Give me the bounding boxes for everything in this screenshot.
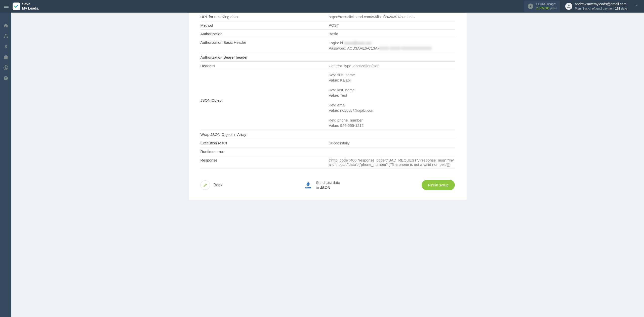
json-value-2: Value: nobody@kajabi.com	[329, 108, 455, 113]
json-key-0: Key: first_name	[329, 72, 455, 77]
label-method: Method	[200, 23, 329, 27]
brand-line2: My Leads.	[22, 6, 39, 11]
value-bearer-header	[329, 55, 455, 59]
sidebar-item-billing[interactable]: $	[0, 41, 11, 52]
row-response: Response {"http_code":400,"response_code…	[200, 156, 455, 169]
plan-mid: | left until payment	[590, 7, 614, 10]
row-authorization: Authorization Basic	[200, 30, 455, 38]
value-headers: Content-Type: application/json	[329, 64, 455, 68]
row-basic-header: Authorization Basic Header Login: ld xxx…	[200, 38, 455, 53]
svg-rect-11	[306, 187, 307, 188]
svg-point-7	[5, 66, 6, 68]
brand-text: Save My Leads.	[22, 2, 39, 11]
row-headers: Headers Content-Type: application/json	[200, 62, 455, 70]
value-execution-result: Successfully	[329, 141, 455, 145]
value-wrap-array	[329, 132, 455, 137]
login-blurred: xxxxx@xxxx.xxx	[344, 41, 371, 45]
row-method: Method POST	[200, 21, 455, 30]
label-runtime-errors: Runtime errors	[200, 149, 329, 154]
details-card: URL for receiving data https://rest.clic…	[189, 13, 467, 200]
leads-used: 2	[536, 7, 538, 10]
svg-point-0	[568, 5, 570, 6]
leads-usage-value: 2 of 5'000 (0%)	[536, 6, 557, 11]
dollar-icon: $	[3, 44, 8, 49]
label-headers: Headers	[200, 64, 329, 68]
value-basic-header: Login: ld xxxxx@xxxx.xxx Password: ACD3A…	[329, 40, 455, 51]
label-authorization: Authorization	[200, 32, 329, 36]
json-key-1: Key: last_name	[329, 87, 455, 93]
json-value-1: Value: Test	[329, 93, 455, 98]
send-json-bold: JSON	[320, 185, 330, 190]
json-pair-0: Key: first_name Value: Kajabi	[329, 72, 455, 83]
json-value-3: Value: 949-555-1212	[329, 123, 455, 128]
pencil-icon	[200, 180, 210, 190]
row-url: URL for receiving data https://rest.clic…	[200, 13, 455, 21]
sidebar-item-home[interactable]	[0, 20, 11, 31]
row-execution-result: Execution result Successfully	[200, 139, 455, 147]
value-authorization: Basic	[329, 32, 455, 36]
days-label: days	[621, 7, 627, 10]
leads-pct: (0%)	[550, 7, 557, 10]
plan-name: Basic	[582, 7, 590, 10]
avatar-icon	[565, 3, 572, 10]
menu-button[interactable]	[3, 3, 10, 9]
sidebar: $ ?	[0, 13, 11, 317]
days-num: 192	[615, 7, 620, 10]
user-plan: Plan |Basic| left until payment 192 days	[575, 7, 627, 11]
upload-icon	[304, 181, 313, 190]
send-test-button[interactable]: Send test data to JSON	[304, 180, 340, 190]
info-icon: i	[528, 4, 533, 9]
hamburger-icon	[4, 5, 9, 8]
back-button[interactable]: Back	[200, 180, 223, 190]
json-pair-3: Key: phone_number Value: 949-555-1212	[329, 117, 455, 128]
briefcase-icon	[3, 55, 8, 60]
send-text: Send test data to JSON	[316, 180, 340, 190]
sidebar-item-account[interactable]	[0, 62, 11, 73]
action-bar: Back Send test data to JSON Finish setup	[200, 180, 455, 190]
user-email: andrewsavemyleads@gmail.com	[575, 2, 627, 7]
json-pair-1: Key: last_name Value: Test	[329, 87, 455, 98]
svg-rect-2	[4, 37, 5, 38]
label-execution-result: Execution result	[200, 141, 329, 145]
label-bearer-header: Authorization Bearer header	[200, 55, 329, 59]
user-menu[interactable]: andrewsavemyleads@gmail.com Plan |Basic|…	[565, 2, 641, 11]
finish-setup-button[interactable]: Finish setup	[422, 180, 455, 190]
back-label: Back	[214, 183, 223, 187]
sidebar-item-help[interactable]: ?	[0, 73, 11, 84]
header-right: i LEADS usage: 2 of 5'000 (0%) andrewsav…	[524, 1, 641, 12]
svg-rect-1	[5, 34, 6, 35]
svg-rect-5	[4, 56, 8, 59]
label-url: URL for receiving data	[200, 15, 329, 19]
svg-text:?: ?	[5, 76, 7, 80]
leads-total: 5'000	[542, 7, 549, 10]
sidebar-item-briefcase[interactable]	[0, 52, 11, 62]
json-key-2: Key: email	[329, 102, 455, 108]
send-line2: to JSON	[316, 185, 340, 190]
pw-prefix: Password: ACD3AAE6-C13A-	[329, 46, 379, 50]
leads-usage-label: LEADS usage:	[536, 2, 557, 6]
header-left: Save My Leads.	[3, 2, 39, 11]
row-wrap-array: Wrap JSON Object in Array	[200, 130, 455, 139]
question-icon: ?	[3, 76, 8, 81]
leads-usage-box[interactable]: i LEADS usage: 2 of 5'000 (0%)	[524, 1, 560, 12]
label-response: Response	[200, 158, 329, 167]
top-header: Save My Leads. i LEADS usage: 2 of 5'000…	[0, 0, 644, 13]
json-pair-2: Key: email Value: nobody@kajabi.com	[329, 102, 455, 113]
send-line1: Send test data	[316, 180, 340, 185]
value-json-object: Key: first_name Value: Kajabi Key: last_…	[329, 72, 455, 128]
sidebar-item-connections[interactable]	[0, 31, 11, 41]
value-url: https://rest.clicksend.com/v3/lists/2426…	[329, 15, 455, 19]
json-value-0: Value: Kajabi	[329, 77, 455, 83]
value-method: POST	[329, 23, 455, 27]
pw-blurred: XXXX-XXXX-XXXXXXXXXXXX	[379, 46, 432, 50]
label-json-object: JSON Object	[200, 98, 329, 102]
logo-check-icon	[13, 3, 20, 10]
brand-logo[interactable]: Save My Leads.	[13, 2, 39, 11]
value-runtime-errors	[329, 149, 455, 154]
login-prefix: Login: ld	[329, 41, 343, 45]
svg-rect-3	[7, 37, 8, 38]
leads-text: LEADS usage: 2 of 5'000 (0%)	[536, 2, 557, 11]
main-content: URL for receiving data https://rest.clic…	[11, 13, 644, 317]
label-basic-header: Authorization Basic Header	[200, 40, 329, 51]
row-json-object: JSON Object Key: first_name Value: Kajab…	[200, 70, 455, 130]
